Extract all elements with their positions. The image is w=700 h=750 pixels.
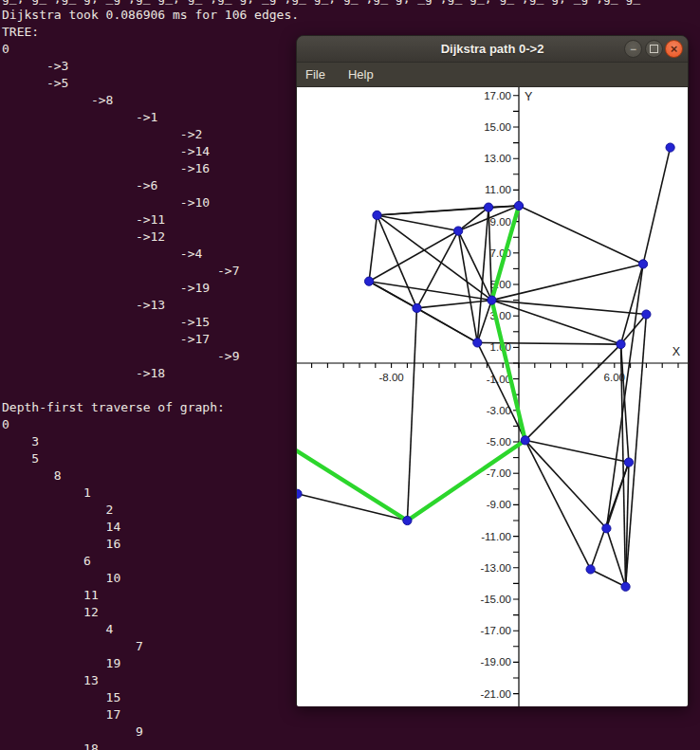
y-tick-label: 17.00	[484, 90, 511, 101]
graph-node	[473, 338, 482, 347]
graph-edge	[416, 308, 477, 343]
graph-node	[642, 310, 651, 319]
graph-edge	[525, 440, 629, 462]
graph-edge	[519, 206, 643, 264]
graph-edge	[525, 440, 607, 528]
y-tick-label: -7.00	[487, 467, 511, 479]
window-controls: − ×	[624, 40, 683, 58]
y-tick-label: -3.00	[487, 405, 511, 416]
graph-node	[638, 260, 647, 268]
y-tick-label: 11.00	[485, 184, 511, 195]
x-tick-label: -8.00	[378, 372, 403, 383]
y-tick-label: -11.00	[481, 531, 511, 542]
graph-plot: 17.0015.0013.0011.009.007.005.003.001.00…	[297, 87, 688, 706]
menu-help[interactable]: Help	[348, 67, 374, 82]
y-axis-title: Y	[525, 90, 533, 103]
graph-edge	[491, 301, 646, 315]
graph-edge	[477, 342, 525, 440]
graph-edge	[297, 494, 407, 521]
graph-edge	[377, 215, 458, 231]
close-button[interactable]: ×	[665, 40, 683, 58]
graph-node	[617, 339, 625, 348]
graph-node	[403, 516, 412, 524]
graph-node	[297, 489, 302, 498]
graph-node	[484, 203, 492, 211]
graph-edge	[643, 148, 671, 265]
plot-window: Dijkstra path 0->2 − × File Help 17.0015…	[296, 35, 689, 706]
graph-edge	[407, 308, 416, 521]
maximize-icon	[650, 45, 658, 53]
x-axis-title: X	[672, 345, 681, 358]
graph-node	[413, 303, 421, 312]
y-tick-label: -17.00	[480, 625, 511, 636]
minimize-button[interactable]: −	[624, 40, 642, 58]
y-tick-label: -19.00	[480, 656, 511, 668]
graph-node	[621, 582, 630, 591]
graph-edge	[458, 231, 491, 301]
graph-node	[488, 296, 496, 304]
y-tick-label: -21.00	[480, 688, 511, 700]
y-tick-label: 13.00	[484, 153, 511, 164]
graph-node	[521, 436, 529, 445]
maximize-button[interactable]	[645, 40, 663, 58]
graph-node	[624, 458, 633, 466]
y-tick-label: -5.00	[487, 436, 511, 448]
menu-file[interactable]: File	[305, 67, 325, 82]
graph-node	[586, 565, 595, 574]
y-tick-label: 15.00	[484, 121, 511, 133]
window-titlebar[interactable]: Dijkstra path 0->2 − ×	[297, 36, 688, 63]
desktop: { "terminal": { "top_line_clipped_fragme…	[0, 0, 700, 750]
graph-plot-area[interactable]: 17.0015.0013.0011.009.007.005.003.001.00…	[297, 87, 688, 706]
graph-node	[666, 143, 674, 152]
y-tick-label: -9.00	[487, 499, 511, 510]
graph-node	[373, 210, 381, 219]
graph-edge	[491, 264, 643, 300]
graph-node	[364, 277, 373, 285]
graph-edge	[369, 215, 377, 282]
graph-edge	[591, 463, 629, 570]
window-title: Dijkstra path 0->2	[441, 42, 544, 56]
graph-node	[454, 227, 463, 235]
graph-edge	[458, 208, 488, 231]
graph-edge	[525, 344, 621, 440]
graph-edge	[525, 440, 591, 569]
graph-edge	[377, 215, 491, 301]
menu-bar: File Help	[297, 63, 688, 87]
graph-node	[602, 524, 611, 533]
y-tick-label: -13.00	[480, 562, 511, 574]
y-tick-label: 9.00	[490, 216, 511, 228]
graph-node	[514, 201, 523, 210]
y-tick-label: -15.00	[480, 594, 511, 605]
